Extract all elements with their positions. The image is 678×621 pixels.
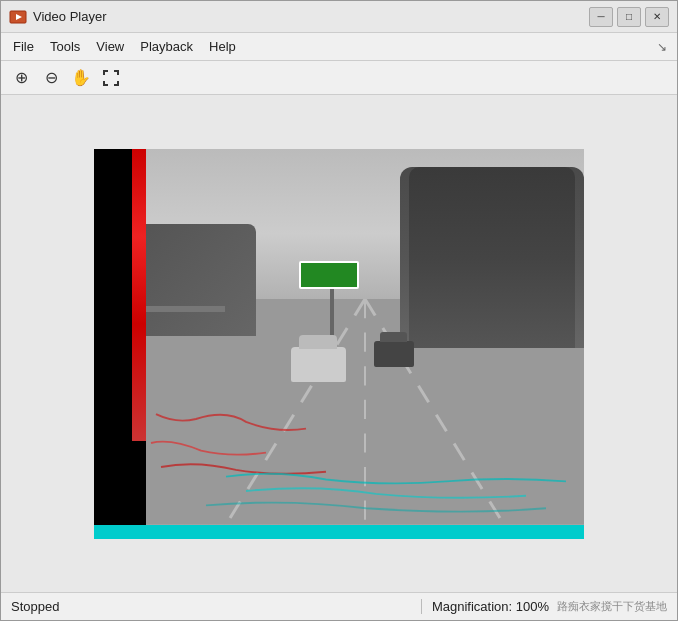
video-frame[interactable] — [94, 149, 584, 539]
video-canvas — [94, 149, 584, 539]
car2 — [374, 341, 414, 367]
zoom-out-icon: ⊖ — [45, 68, 58, 87]
cyan-strip-bottom — [94, 525, 584, 539]
window-controls: ─ □ ✕ — [589, 7, 669, 27]
highway-sign — [299, 261, 359, 289]
title-bar: Video Player ─ □ ✕ — [1, 1, 677, 33]
maximize-button[interactable]: □ — [617, 7, 641, 27]
pan-button[interactable]: ✋ — [67, 65, 95, 91]
highway-scene — [146, 149, 584, 525]
guardrail-left — [146, 306, 225, 312]
zoom-out-button[interactable]: ⊖ — [37, 65, 65, 91]
toolbar: ⊕ ⊖ ✋ — [1, 61, 677, 95]
minimize-button[interactable]: ─ — [589, 7, 613, 27]
menu-bar: File Tools View Playback Help ↘ — [1, 33, 677, 61]
trees-area — [400, 167, 584, 347]
red-strip — [132, 149, 146, 442]
magnification-text: Magnification: 100% — [432, 599, 549, 614]
status-stopped: Stopped — [1, 599, 421, 614]
app-icon — [9, 8, 27, 26]
zoom-in-button[interactable]: ⊕ — [7, 65, 35, 91]
window-title: Video Player — [33, 9, 589, 24]
fit-to-screen-button[interactable] — [97, 65, 125, 91]
car1 — [291, 347, 346, 382]
hillside-left — [146, 224, 256, 337]
menu-file[interactable]: File — [5, 36, 42, 57]
menu-playback[interactable]: Playback — [132, 36, 201, 57]
menu-help[interactable]: Help — [201, 36, 244, 57]
watermark-text: 路痴衣家搅干下货基地 — [557, 599, 667, 614]
menu-overflow-arrow: ↘ — [657, 40, 667, 54]
zoom-in-icon: ⊕ — [15, 68, 28, 87]
status-magnification: Magnification: 100% 路痴衣家搅干下货基地 — [421, 599, 677, 614]
pan-icon: ✋ — [71, 68, 91, 87]
status-bar: Stopped Magnification: 100% 路痴衣家搅干下货基地 — [1, 592, 677, 620]
fit-icon — [102, 69, 120, 87]
menu-tools[interactable]: Tools — [42, 36, 88, 57]
menu-view[interactable]: View — [88, 36, 132, 57]
black-strip-left — [94, 149, 132, 539]
content-area — [1, 95, 677, 592]
video-player-window: Video Player ─ □ ✕ File Tools View Playb… — [0, 0, 678, 621]
close-button[interactable]: ✕ — [645, 7, 669, 27]
